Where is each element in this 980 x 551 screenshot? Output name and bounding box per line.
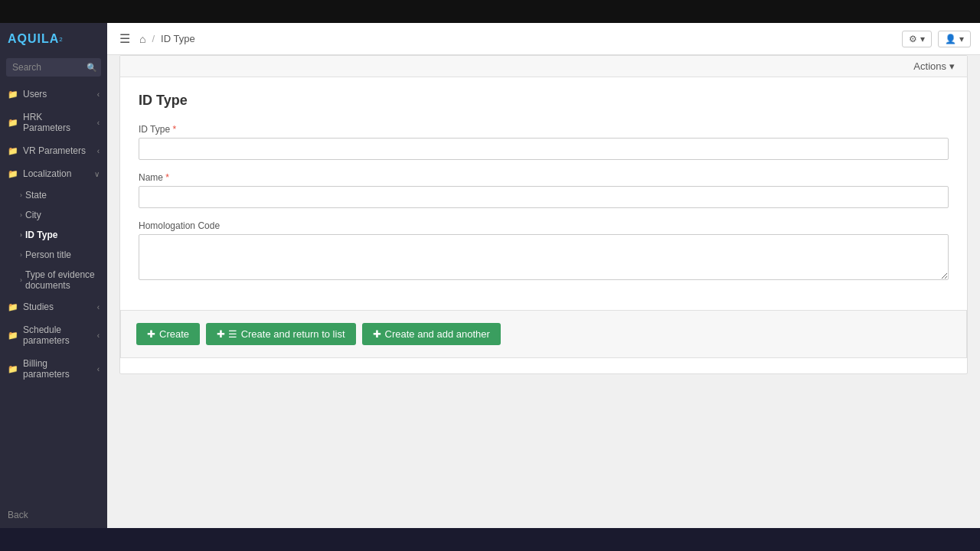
sidebar-item-billing-parameters[interactable]: 📁 Billing parameters ‹ [0, 352, 107, 386]
user-button[interactable]: 👤 ▾ [938, 31, 971, 47]
home-button[interactable]: ⌂ [139, 33, 145, 45]
field-group-name: Name * [139, 172, 949, 208]
sidebar-subitem-id-type[interactable]: › ID Type [14, 225, 107, 245]
search-container: 🔍 [6, 58, 101, 77]
chevron-right-icon: ‹ [97, 331, 100, 340]
chevron-icon: › [20, 276, 22, 284]
sidebar-subitem-city[interactable]: › City [14, 205, 107, 225]
folder-icon: 📁 [8, 364, 18, 374]
create-list-icon: ✚ ☰ [217, 328, 237, 340]
sidebar-item-hrk-parameters[interactable]: 📁 HRK Parameters ‹ [0, 106, 107, 139]
field-label-homologation-code: Homologation Code [139, 220, 949, 231]
sidebar-item-schedule-parameters[interactable]: 📁 Schedule parameters ‹ [0, 318, 107, 352]
folder-icon: 📁 [8, 169, 18, 179]
folder-icon: 📁 [8, 118, 18, 128]
chevron-icon: › [20, 251, 22, 259]
breadcrumb-current: ID Type [161, 33, 195, 44]
content-card: Actions ▾ ID Type ID Type * [119, 55, 968, 374]
actions-button[interactable]: Actions ▾ [913, 60, 955, 72]
sidebar-subitem-type-evidence[interactable]: › Type of evidence documents [14, 265, 107, 295]
chevron-right-icon: ‹ [97, 303, 100, 311]
sidebar-subitem-person-title[interactable]: › Person title [14, 245, 107, 265]
id-type-input[interactable] [139, 138, 949, 160]
actions-label: Actions [913, 60, 946, 72]
header-bar: ☰ ⌂ / ID Type ⚙ ▾ 👤 ▾ [107, 23, 980, 55]
chevron-right-icon: ‹ [97, 365, 100, 373]
main-wrapper: Actions ▾ ID Type ID Type * [107, 55, 980, 528]
sidebar-item-vr-parameters[interactable]: 📁 VR Parameters ‹ [0, 139, 107, 162]
chevron-icon: › [20, 211, 22, 219]
create-icon: ✚ [147, 328, 155, 340]
form-title: ID Type [139, 93, 949, 109]
back-button[interactable]: Back [0, 502, 107, 528]
buttons-area: ✚ Create ✚ ☰ Create and return to list ✚… [120, 310, 967, 358]
settings-dropdown-icon: ▾ [920, 34, 925, 44]
sidebar: AQUILA2 🔍 📁 Users ‹ 📁 HRK Parameters ‹ 📁… [0, 23, 107, 528]
search-button[interactable]: 🔍 [87, 63, 97, 73]
homologation-code-input[interactable] [139, 234, 949, 280]
chevron-icon: › [20, 231, 22, 239]
create-return-button[interactable]: ✚ ☰ Create and return to list [206, 323, 355, 345]
user-icon: 👤 [945, 34, 956, 44]
main-content: ☰ ⌂ / ID Type ⚙ ▾ 👤 ▾ Actions [107, 23, 980, 528]
chevron-down-icon: ∨ [94, 170, 100, 178]
name-input[interactable] [139, 186, 949, 208]
folder-icon: 📁 [8, 302, 18, 312]
field-label-name: Name * [139, 172, 949, 183]
sidebar-subitem-state[interactable]: › State [14, 185, 107, 205]
create-another-button[interactable]: ✚ Create and add another [362, 323, 501, 345]
create-another-icon: ✚ [373, 328, 381, 340]
menu-toggle-button[interactable]: ☰ [116, 30, 133, 47]
breadcrumb-separator: / [152, 33, 155, 44]
chevron-right-icon: ‹ [97, 90, 100, 99]
folder-icon: 📁 [8, 90, 18, 99]
actions-bar: Actions ▾ [120, 56, 967, 77]
folder-icon: 📁 [8, 146, 18, 156]
chevron-icon: › [20, 191, 22, 199]
folder-icon: 📁 [8, 331, 18, 341]
field-group-homologation-code: Homologation Code [139, 220, 949, 282]
sidebar-item-users[interactable]: 📁 Users ‹ [0, 83, 107, 106]
settings-button[interactable]: ⚙ ▾ [902, 31, 932, 47]
required-indicator: * [172, 124, 176, 135]
required-indicator: * [165, 172, 169, 183]
sidebar-item-localization[interactable]: 📁 Localization ∨ [0, 162, 107, 185]
bottom-bar [0, 528, 980, 551]
settings-icon: ⚙ [909, 34, 917, 44]
sidebar-item-studies[interactable]: 📁 Studies ‹ [0, 295, 107, 318]
field-label-id-type: ID Type * [139, 124, 949, 135]
user-dropdown-icon: ▾ [959, 34, 964, 44]
chevron-right-icon: ‹ [97, 119, 100, 127]
create-button[interactable]: ✚ Create [136, 323, 200, 345]
field-group-id-type: ID Type * [139, 124, 949, 160]
chevron-right-icon: ‹ [97, 147, 100, 155]
actions-dropdown-icon: ▾ [949, 60, 955, 72]
localization-submenu: › State › City › ID Type › Person title … [0, 185, 107, 295]
form-area: ID Type ID Type * Name * [120, 77, 967, 310]
header-actions: ⚙ ▾ 👤 ▾ [902, 31, 971, 47]
app-logo: AQUILA2 [0, 23, 107, 55]
